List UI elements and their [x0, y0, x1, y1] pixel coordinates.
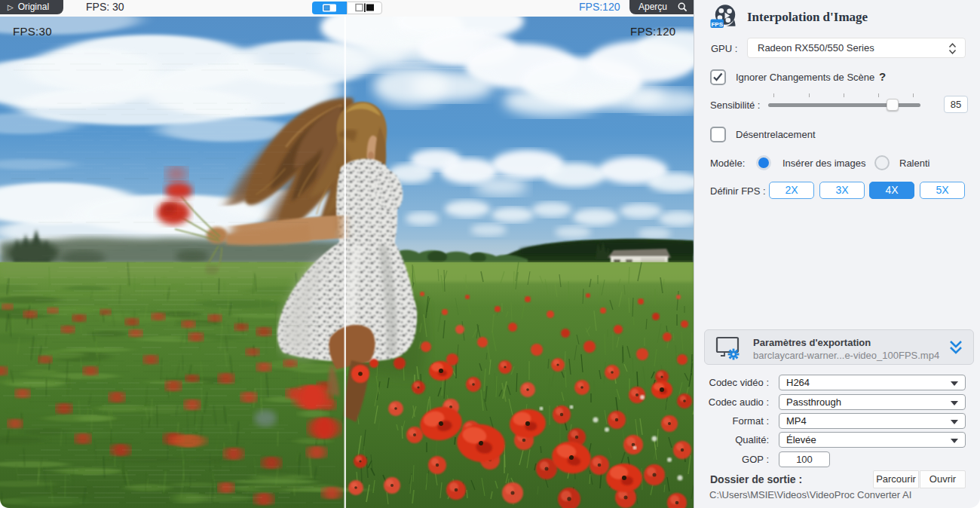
- svg-text:FPS: FPS: [711, 21, 723, 28]
